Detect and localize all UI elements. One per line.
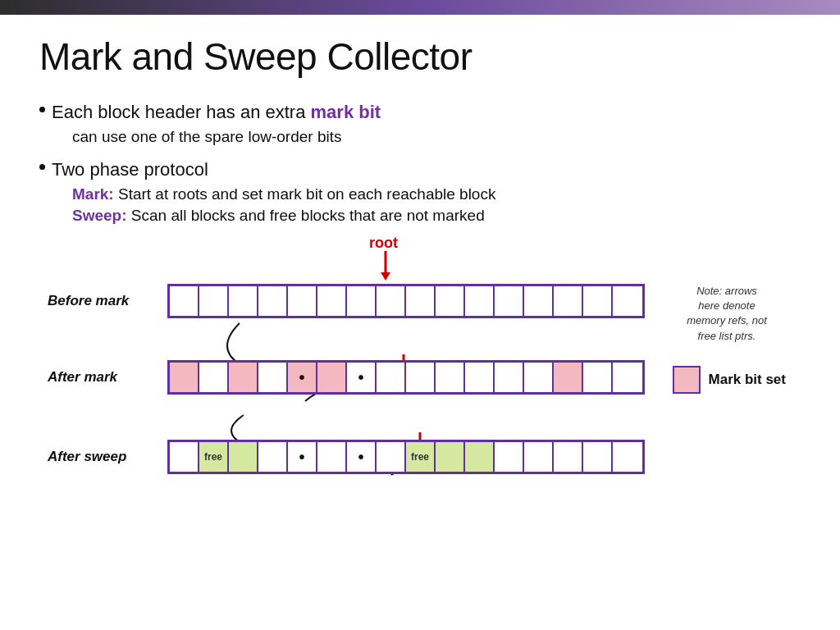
cell-as-2: free <box>199 442 229 472</box>
cell-bm-9 <box>406 286 436 316</box>
cell-as-5 <box>288 442 317 472</box>
before-mark-row <box>167 284 645 318</box>
cell-as-1 <box>170 442 199 472</box>
cell-am-10 <box>436 363 465 392</box>
bullet-dot-2 <box>39 164 45 170</box>
after-mark-row <box>167 360 645 395</box>
cell-as-6 <box>317 442 347 472</box>
after-mark-label: After mark <box>48 369 154 386</box>
after-sweep-label: After sweep <box>48 449 154 465</box>
sub-text-1-1: can use one of the spare low-order bits <box>72 128 341 146</box>
top-bar <box>0 0 840 15</box>
cell-bm-6 <box>317 286 347 316</box>
free-text-1: free <box>204 451 222 463</box>
cell-bm-11 <box>465 286 495 316</box>
sub-bullet-1-1: can use one of the spare low-order bits <box>66 128 801 146</box>
cell-as-10 <box>436 442 465 472</box>
cell-as-8 <box>377 442 406 472</box>
cell-am-15 <box>583 363 613 392</box>
cell-bm-7 <box>347 286 377 316</box>
bullet-text-1: Each block header has an extra mark bit <box>52 102 381 123</box>
legend-swatch <box>673 366 701 394</box>
legend: Mark bit set <box>673 366 786 394</box>
cell-as-12 <box>495 442 524 472</box>
cell-am-7 <box>347 363 377 392</box>
slide-title: Mark and Sweep Collector <box>39 34 801 79</box>
cell-am-2 <box>199 363 229 392</box>
cell-bm-12 <box>495 286 524 316</box>
cell-as-13 <box>524 442 554 472</box>
cell-am-4 <box>258 363 288 392</box>
bullet-item-2: Two phase protocol <box>39 159 801 180</box>
cell-bm-13 <box>524 286 554 316</box>
cell-am-8 <box>377 363 406 392</box>
cell-bm-16 <box>613 286 642 316</box>
cell-as-4 <box>258 442 288 472</box>
sub-text-2-1: Mark: Start at roots and set mark bit on… <box>72 185 495 203</box>
cell-am-9 <box>406 363 436 392</box>
mark-bit-highlight: mark bit <box>311 102 381 122</box>
sub-bullet-2-2: Sweep: Scan all blocks and free blocks t… <box>66 207 801 225</box>
before-mark-label: Before mark <box>48 293 154 309</box>
cell-am-1 <box>170 363 199 392</box>
cell-as-11 <box>465 442 495 472</box>
cell-bm-4 <box>258 286 288 316</box>
sub-text-2-2: Sweep: Scan all blocks and free blocks t… <box>72 207 485 225</box>
cell-bm-5 <box>288 286 317 316</box>
cell-as-16 <box>613 442 642 472</box>
cell-as-3 <box>229 442 258 472</box>
cell-am-5 <box>288 363 317 392</box>
cell-am-16 <box>613 363 642 392</box>
bullet-list: Each block header has an extra mark bit … <box>39 102 801 225</box>
svg-marker-1 <box>381 272 390 281</box>
after-sweep-row: free free <box>167 440 645 474</box>
bullet-dot-1 <box>39 107 45 112</box>
diagram-area: root <box>39 233 801 487</box>
cell-am-11 <box>465 363 495 392</box>
cell-bm-8 <box>377 286 406 316</box>
cell-bm-1 <box>170 286 199 316</box>
cell-am-12 <box>495 363 524 392</box>
cell-am-14 <box>554 363 583 392</box>
root-text: root <box>369 235 398 251</box>
cell-as-9: free <box>406 442 436 472</box>
cell-bm-3 <box>229 286 258 316</box>
cell-as-15 <box>583 442 613 472</box>
cell-bm-15 <box>583 286 613 316</box>
cell-bm-10 <box>436 286 465 316</box>
cell-bm-2 <box>199 286 229 316</box>
cell-bm-14 <box>554 286 583 316</box>
note-text: Note: arrowshere denotememory refs, notf… <box>661 284 792 344</box>
cell-am-13 <box>524 363 554 392</box>
legend-label: Mark bit set <box>709 372 786 388</box>
free-text-2: free <box>411 451 429 463</box>
cell-as-7 <box>347 442 377 472</box>
slide-content: Mark and Sweep Collector Each block head… <box>0 15 840 504</box>
bullet-text-2: Two phase protocol <box>52 159 208 180</box>
cell-as-14 <box>554 442 583 472</box>
sub-bullet-2-1: Mark: Start at roots and set mark bit on… <box>66 185 801 203</box>
cell-am-3 <box>229 363 258 392</box>
cell-am-6 <box>317 363 347 392</box>
note-content: Note: arrowshere denotememory refs, notf… <box>687 285 767 342</box>
bullet-item-1: Each block header has an extra mark bit <box>39 102 801 123</box>
